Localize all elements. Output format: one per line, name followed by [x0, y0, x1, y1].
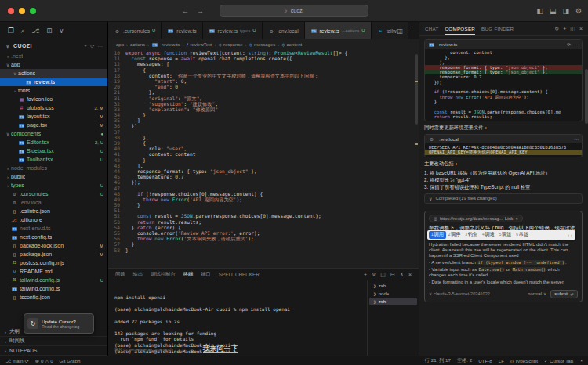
refresh-explorer-icon[interactable]: ⟳: [90, 43, 94, 49]
tree-folder-node-modules[interactable]: ›node_modules: [0, 164, 107, 172]
code-line[interactable]: 31 "original": "原文",: [108, 96, 419, 101]
model-selector[interactable]: ∨ claude-3-5-sonnet-20241022: [429, 291, 490, 296]
composer-input[interactable]: ◎ https://nextjs.org/docs/messag... Link…: [424, 211, 583, 302]
ime-candidate-5[interactable]: 5调运: [497, 231, 514, 239]
code-line[interactable]: 47: [108, 186, 419, 191]
toggle-sidebar-icon[interactable]: ◧: [536, 7, 543, 15]
close-window-button[interactable]: [8, 8, 14, 14]
new-terminal-icon[interactable]: +: [364, 272, 367, 278]
split-editor-icon[interactable]: ◫: [397, 27, 403, 34]
tab--cursorrules[interactable]: ⚙.cursorrulesU: [108, 22, 162, 39]
code-line[interactable]: 20 "end": 0: [108, 84, 419, 89]
code-line[interactable]: 12 messages: [: [108, 61, 419, 67]
code-line[interactable]: 49 throw new Error('API 返回内容为空');: [108, 197, 419, 202]
panel-tab--[interactable]: 端口: [201, 269, 211, 280]
code-line[interactable]: 37: [108, 129, 419, 135]
code-line[interactable]: 53 return result.results;: [108, 219, 419, 225]
code-line[interactable]: 19 "start": 0,: [108, 78, 419, 84]
tab--env-local[interactable]: ⚙.env.local: [263, 22, 305, 39]
git-graph-button[interactable]: Git Graph: [60, 358, 81, 363]
code-line[interactable]: 43 ],: [108, 163, 419, 168]
composer-conversation[interactable]: TS review.ts ⟳ ⋯ content: content }, ], …: [419, 36, 588, 356]
remove-link-icon[interactable]: ×: [515, 216, 517, 221]
restart-icon[interactable]: ↻: [27, 318, 38, 329]
tree-folder-actions[interactable]: ∨actions: [0, 69, 107, 78]
terminal-tab-node[interactable]: ❯node: [369, 290, 417, 298]
breadcrumb-item-messages[interactable]: ◇messages: [249, 42, 276, 47]
panel-tab-spell-checker[interactable]: SPELL CHECKER: [219, 269, 260, 280]
update-notification[interactable]: ↻ Update Cursor? Read the changelog: [24, 313, 94, 334]
code-line[interactable]: 56 throw new Error('文本审阅失败，请稍后重试');: [108, 236, 419, 241]
ime-candidate-1[interactable]: 1调用: [429, 231, 446, 239]
more-icon[interactable]: ⋯: [574, 136, 579, 142]
breadcrumb-item-content[interactable]: ◇content: [281, 42, 302, 47]
minimize-window-button[interactable]: [19, 8, 25, 14]
encoding[interactable]: UTF-8: [478, 358, 492, 363]
ime-candidate-4[interactable]: 4调遣: [480, 231, 497, 239]
code-line[interactable]: 18 content: `你是一个专业的中文文字校对师，请帮我检查文本中的以下问…: [108, 73, 419, 78]
breadcrumb-item-actions[interactable]: actions: [130, 42, 145, 47]
code-editor[interactable]: 10export async function reviewText(conte…: [108, 49, 419, 268]
notification-subtitle[interactable]: Read the changelog: [42, 324, 79, 329]
code-line[interactable]: 40 role: "user",: [108, 146, 419, 151]
code-line[interactable]: 41 content: content: [108, 151, 419, 157]
breadcrumb-item-response[interactable]: ◇response: [219, 42, 243, 47]
panel-tab--[interactable]: 问题: [115, 269, 125, 280]
tree-file--cursorrules[interactable]: ⚙.cursorrulesU: [0, 190, 107, 198]
settings-gear-icon[interactable]: ⚙: [575, 7, 582, 15]
code-line[interactable]: 21 },: [108, 89, 419, 95]
code-line[interactable]: 34 }: [108, 112, 419, 117]
terminal-output[interactable]: npm install openai (base) alchain@alchai…: [108, 280, 367, 356]
tree-file-package-lock-json[interactable]: {}package-lock.jsonM: [0, 241, 107, 250]
more-views-icon[interactable]: ∨: [59, 27, 64, 34]
terminal-tab-zsh[interactable]: ❯zsh: [369, 298, 417, 305]
sidebar-section-notepads[interactable]: ›NOTEPADS: [0, 346, 107, 356]
tree-file--env-local[interactable]: ⚙.env.local: [0, 198, 107, 207]
composer-scrollbar[interactable]: [585, 69, 588, 124]
code-line[interactable]: 55 console.error('Review API error:', er…: [108, 230, 419, 236]
tree-folder-types[interactable]: ›typesU: [0, 181, 107, 190]
code-line[interactable]: 42 }: [108, 157, 419, 163]
code-line[interactable]: 38 },: [108, 135, 419, 140]
new-composer-icon[interactable]: +: [563, 26, 566, 31]
submit-button[interactable]: submit ↵: [550, 290, 578, 298]
code-line[interactable]: 35 ]: [108, 117, 419, 123]
tree-file-tailwind-config-js[interactable]: JStailwind.config.jsU: [0, 276, 107, 284]
tree-file-sidebar-tsx[interactable]: TSSidebar.tsxU: [0, 146, 107, 155]
code-line[interactable]: 51: [108, 208, 419, 213]
language-mode[interactable]: {} TypeScript: [510, 358, 538, 363]
tree-file-favicon-ico[interactable]: ▦favicon.ico: [0, 95, 107, 103]
tree-file-toolbar-tsx[interactable]: TSToolbar.tsxU: [0, 155, 107, 164]
tree-file-tsconfig-json[interactable]: {}tsconfig.json: [0, 293, 107, 302]
notifications-icon[interactable]: ◔: [579, 358, 583, 363]
split-terminal-icon[interactable]: ◫: [380, 272, 386, 278]
editor-scrollbar[interactable]: [415, 54, 418, 125]
tree-folder--next[interactable]: ›.next: [0, 52, 107, 60]
tree-file--gitignore[interactable]: ⎇.gitignore: [0, 215, 107, 224]
tree-file-editor-tsx[interactable]: TSEditor.tsx2, U: [0, 138, 107, 146]
source-control-icon[interactable]: ⎇: [31, 27, 39, 34]
tab-review-ts[interactable]: TSreview.ts...actionsU: [305, 22, 372, 39]
sidebar-section--[interactable]: ›时间线: [0, 337, 107, 346]
tree-file-readme-md[interactable]: MREADME.md: [0, 267, 107, 276]
toggle-panel-icon[interactable]: ⬓: [550, 7, 557, 15]
panel-tab--[interactable]: 调试控制台: [151, 269, 175, 280]
code-line[interactable]: 52 const result = JSON.parse(response.ch…: [108, 213, 419, 219]
zoom-window-button[interactable]: [30, 8, 36, 14]
tree-folder-components[interactable]: ∨components●: [0, 129, 107, 138]
code-line[interactable]: 48 if (!response.choices[0].message.cont…: [108, 191, 419, 197]
tab-review-ts[interactable]: TSreview.tstypesU: [203, 22, 263, 39]
new-file-icon[interactable]: +: [84, 43, 87, 49]
ime-next-icon[interactable]: ›: [571, 233, 572, 237]
panel-tab--[interactable]: 输出: [133, 269, 143, 280]
indentation[interactable]: 空格: 2: [457, 357, 472, 364]
collapse-folders-icon[interactable]: ⋯: [98, 43, 103, 49]
ime-candidate-3[interactable]: 3钓鱼: [463, 231, 480, 239]
kill-terminal-icon[interactable]: ⊟: [390, 272, 395, 278]
code-line[interactable]: 11 const response = await openai.chat.co…: [108, 56, 419, 61]
code-line[interactable]: 17 {: [108, 67, 419, 73]
tree-file-postcss-config-mjs[interactable]: JSpostcss.config.mjs: [0, 258, 107, 267]
code-line[interactable]: 46 });: [108, 179, 419, 185]
env-file-name[interactable]: .env.local: [439, 137, 459, 142]
ime-prev-icon[interactable]: ‹: [568, 233, 569, 237]
